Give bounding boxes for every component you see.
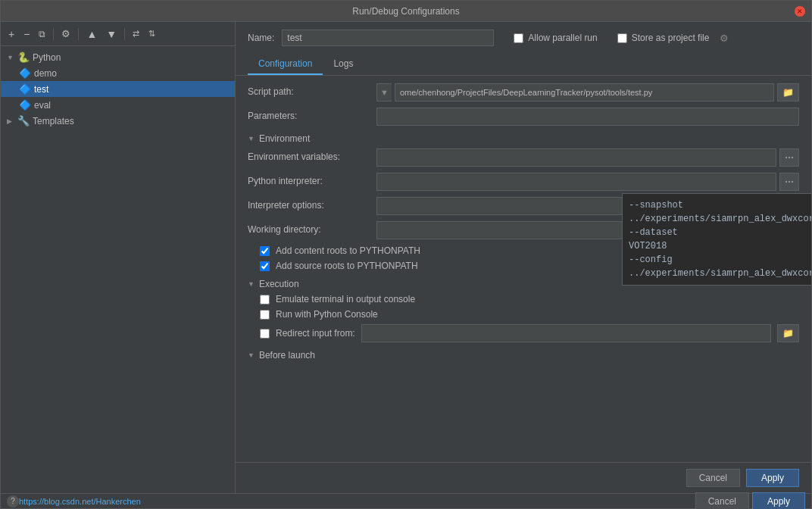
allow-parallel-group: Allow parallel run [514,33,597,43]
tree-item-test-label: test [34,84,48,95]
script-path-label: Script path: [248,83,369,97]
settings-config-button[interactable]: ⚙ [58,27,73,41]
move-down-button[interactable]: ▼ [103,27,120,42]
redirect-input-label: Redirect input from: [276,328,355,339]
sort-button[interactable]: ⇅ [145,27,158,40]
demo-icon: 🔷 [19,67,31,79]
before-launch-section-header[interactable]: ▼ Before launch [248,350,799,361]
redirect-input-browse-button[interactable]: 📁 [777,324,799,342]
tab-logs[interactable]: Logs [323,54,364,75]
config-panel: Script path: ▼ 📁 Parameters: --snapshot [236,76,811,462]
apply-button[interactable]: Apply [746,469,799,487]
env-vars-input-wrap: ⋯ [376,148,799,167]
store-project-label: Store as project file [632,33,710,43]
env-vars-label: Environment variables: [248,148,369,162]
add-source-roots-label: Add source roots to PYTHONPATH [276,261,418,271]
title-bar: Run/Debug Configurations ✕ [1,1,811,22]
apply-bottom-button[interactable]: Apply [752,492,805,510]
python-interpreter-label: Python interpreter: [248,173,369,186]
tree-item-eval-label: eval [34,100,51,111]
env-vars-browse-button[interactable]: ⋯ [779,148,799,167]
before-launch-expand-icon: ▼ [248,351,255,359]
expand-arrow-python: ▼ [7,54,14,61]
toolbar-divider-3 [124,28,125,40]
templates-icon: 🔧 [17,115,30,126]
tree-item-demo-label: demo [34,68,57,79]
parameters-label: Parameters: [248,108,369,121]
tree-item-demo[interactable]: 🔷 demo [1,65,235,81]
name-input[interactable] [282,30,494,46]
templates-label: Templates [33,116,74,126]
copy-config-button[interactable]: ⧉ [36,27,48,41]
store-project-group: Store as project file [617,33,710,43]
tree-templates-group[interactable]: ▶ 🔧 Templates [1,113,235,129]
run-python-console-row: Run with Python Console [248,309,799,320]
parameters-input-wrap [376,108,799,126]
execution-expand-icon: ▼ [248,280,255,288]
add-content-roots-label: Add content roots to PYTHONPATH [276,245,420,256]
config-tabs: Configuration Logs [236,54,811,76]
redirect-input-field[interactable] [361,324,771,342]
redirect-input-row: Redirect input from: 📁 [248,324,799,342]
move-button[interactable]: ⇄ [130,27,142,40]
cancel-button[interactable]: Cancel [686,469,740,487]
before-launch-section-label: Before launch [259,350,315,361]
script-path-input-wrap: ▼ 📁 [376,83,799,101]
add-source-roots-checkbox[interactable] [260,261,270,271]
status-url[interactable]: https://blog.csdn.net/Hankerchen [19,497,141,506]
python-interpreter-input-wrap: ⋯ [376,173,799,191]
status-bar: ? https://blog.csdn.net/Hankerchen Cance… [1,493,811,508]
run-python-console-checkbox[interactable] [260,310,270,320]
sidebar-toolbar: + − ⧉ ⚙ ▲ ▼ ⇄ ⇅ [1,22,235,46]
script-path-row: Script path: ▼ 📁 [248,83,799,101]
python-interpreter-row: Python interpreter: ⋯ [248,173,799,191]
redirect-input-checkbox[interactable] [260,329,270,339]
python-icon: 🐍 [17,52,30,63]
run-python-console-label: Run with Python Console [276,309,378,320]
eval-icon: 🔷 [19,99,31,111]
toolbar-divider-1 [53,28,54,40]
help-icon[interactable]: ? [7,495,19,507]
working-dir-label: Working directory: [248,221,369,235]
remove-config-button[interactable]: − [20,27,33,42]
bottom-bar: Cancel Apply OK [236,462,811,493]
main-content: + − ⧉ ⚙ ▲ ▼ ⇄ ⇅ ▼ 🐍 Python [1,22,811,493]
parameters-input[interactable] [376,108,799,126]
close-button[interactable]: ✕ [795,6,805,17]
cancel-bottom-button[interactable]: Cancel [695,492,749,510]
name-row: Name: Allow parallel run Store as projec… [236,22,811,54]
tab-configuration[interactable]: Configuration [248,54,323,75]
script-path-browse-button[interactable]: 📁 [777,83,799,101]
project-settings-icon[interactable]: ⚙ [720,33,729,44]
parameters-popup[interactable]: --snapshot ../experiments/siamrpn_alex_d… [622,193,811,286]
dialog-title: Run/Debug Configurations [17,6,795,17]
emulate-terminal-checkbox[interactable] [260,295,270,304]
interpreter-options-label: Interpreter options: [248,197,369,211]
right-panel: Name: Allow parallel run Store as projec… [236,22,811,493]
python-interpreter-input[interactable] [376,173,776,191]
config-tree: ▼ 🐍 Python 🔷 demo 🔷 test 🔷 eval [1,46,235,493]
env-vars-row: Environment variables: ⋯ [248,148,799,167]
sidebar: + − ⧉ ⚙ ▲ ▼ ⇄ ⇅ ▼ 🐍 Python [1,22,236,493]
allow-parallel-checkbox[interactable] [514,33,523,43]
emulate-terminal-label: Emulate terminal in output console [276,294,415,304]
add-content-roots-checkbox[interactable] [260,246,270,256]
toolbar-divider-2 [78,28,79,40]
environment-expand-icon: ▼ [248,135,255,142]
tree-item-test[interactable]: 🔷 test [1,81,235,97]
run-debug-dialog: Run/Debug Configurations ✕ + − ⧉ ⚙ ▲ ▼ ⇄… [0,0,812,509]
python-group-label: Python [33,52,61,63]
env-vars-input[interactable] [376,148,776,167]
parameters-row: Parameters: [248,108,799,126]
expand-arrow-templates: ▶ [7,117,14,125]
tree-item-eval[interactable]: 🔷 eval [1,97,235,113]
python-interpreter-browse-button[interactable]: ⋯ [779,173,799,191]
store-project-checkbox[interactable] [617,33,627,43]
tree-python-group[interactable]: ▼ 🐍 Python [1,49,235,65]
test-icon: 🔷 [19,83,31,95]
script-path-dropdown[interactable]: ▼ [376,83,392,101]
add-config-button[interactable]: + [5,27,17,42]
environment-section-header[interactable]: ▼ Environment [248,133,799,144]
move-up-button[interactable]: ▲ [83,27,100,42]
script-path-input[interactable] [395,83,774,101]
